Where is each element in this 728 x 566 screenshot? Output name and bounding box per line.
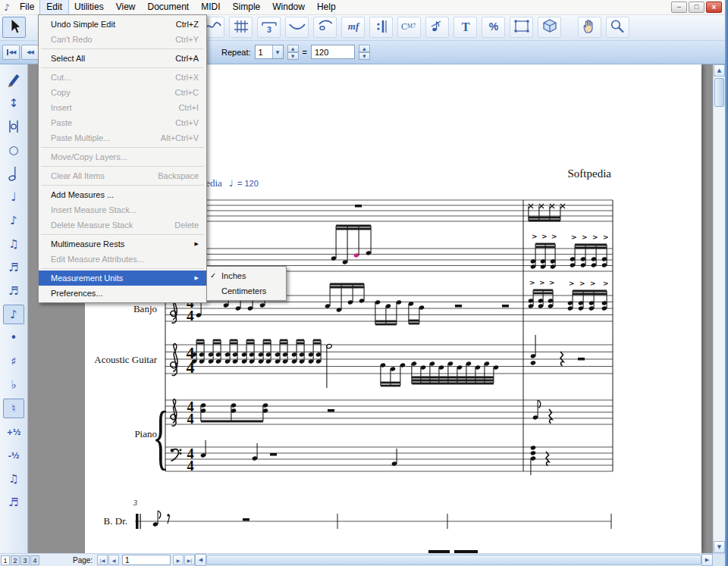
spin-up-icon[interactable]: ▲ xyxy=(287,45,299,52)
page-tab-2[interactable]: 2 xyxy=(11,555,20,565)
menu-utilities[interactable]: Utilities xyxy=(68,0,110,15)
tempo-spinner[interactable]: ▲ ▼ xyxy=(359,45,370,59)
quarter-note-icon[interactable]: ♩ xyxy=(3,187,24,207)
half-note-icon[interactable] xyxy=(3,164,24,183)
repeat-measure-button[interactable]: % xyxy=(482,17,505,38)
page-tab-1[interactable]: 1 xyxy=(1,555,10,565)
slur-button[interactable] xyxy=(285,17,309,38)
scroll-left-icon[interactable]: ◀ xyxy=(195,554,206,566)
menu-shortcut: Ctrl+I xyxy=(178,100,199,115)
repeat-measure-icon: % xyxy=(484,17,504,37)
grace-note-button[interactable] xyxy=(425,17,449,38)
menu-shortcut: Backspace xyxy=(158,168,199,183)
edit-menu-item-select-all[interactable]: Select AllCtrl+A xyxy=(39,51,206,66)
edit-menu-item-insert: InsertCtrl+I xyxy=(39,100,206,115)
edit-menu-item-add-measures[interactable]: Add Measures ... xyxy=(39,187,206,202)
whole-note-icon[interactable]: ○ xyxy=(3,140,24,160)
vertical-scrollbar[interactable]: ▲ ▼ xyxy=(713,64,725,553)
first-page-button[interactable]: |◀ xyxy=(97,555,108,565)
text-tool-button[interactable]: T xyxy=(453,17,477,38)
menu-file[interactable]: File xyxy=(14,0,40,15)
horizontal-scrollbar[interactable]: ◀ ▶ xyxy=(195,554,713,566)
submenu-item-centimeters[interactable]: Centimeters xyxy=(207,283,286,299)
page-label: Page: xyxy=(73,556,93,564)
menu-view[interactable]: View xyxy=(110,0,142,15)
menu-window[interactable]: Window xyxy=(266,0,311,15)
grace-notes-icon[interactable]: ♫ xyxy=(3,469,24,489)
cube-button[interactable] xyxy=(538,17,561,38)
chevron-down-icon[interactable]: ▼ xyxy=(272,45,283,58)
spin-down-icon[interactable]: ▼ xyxy=(287,52,299,60)
menu-help[interactable]: Help xyxy=(311,0,342,15)
menu-midi[interactable]: MIDI xyxy=(195,0,226,15)
spin-down-icon[interactable]: ▼ xyxy=(359,52,370,60)
edit-menu-item-measurement-units[interactable]: Measurement Units▶ xyxy=(39,270,206,286)
selected-duration-icon[interactable]: ♪ xyxy=(3,305,24,324)
next-page-button[interactable]: ▶ xyxy=(173,555,184,565)
zoom-button[interactable] xyxy=(606,17,629,38)
menu-simple[interactable]: Simple xyxy=(227,0,267,15)
menu-separator xyxy=(41,48,204,49)
spin-up-icon[interactable]: ▲ xyxy=(359,45,370,52)
augmentation-dot-icon[interactable]: • xyxy=(3,328,24,348)
page-tab-3[interactable]: 3 xyxy=(20,555,30,565)
edit-menu-item-preferences[interactable]: Preferences... xyxy=(39,286,206,301)
submenu-item-inches[interactable]: ✓Inches xyxy=(207,268,286,283)
respace-icon[interactable]: ↕ xyxy=(3,93,24,113)
grace-note-icon xyxy=(428,17,447,37)
edit-menu-item-undo-simple-edit[interactable]: Undo Simple EditCtrl+Z xyxy=(39,17,206,32)
staff-tool-button[interactable] xyxy=(229,17,253,38)
staff-tool-icon xyxy=(231,17,251,37)
scroll-up-icon[interactable]: ▲ xyxy=(714,64,725,77)
close-button[interactable]: × xyxy=(706,2,722,13)
prev-page-button[interactable]: ◀ xyxy=(108,555,119,565)
transport-controls: ◀◀◀◀ xyxy=(2,45,39,60)
menu-separator xyxy=(41,234,204,235)
menu-document[interactable]: Document xyxy=(142,0,196,15)
tempo-input[interactable] xyxy=(311,45,355,59)
horizontal-scroll-thumb[interactable] xyxy=(206,555,701,565)
raise-half-step-icon[interactable]: +½ xyxy=(3,422,24,442)
page-number-input[interactable] xyxy=(122,555,171,565)
selection-tool-button[interactable] xyxy=(2,17,26,38)
repeat-spinner[interactable]: ▲ ▼ xyxy=(287,45,299,59)
maximize-button[interactable]: □ xyxy=(689,2,704,13)
slur-icon xyxy=(287,17,307,37)
scroll-right-icon[interactable]: ▶ xyxy=(701,554,713,566)
expression-button[interactable]: mf xyxy=(341,17,365,38)
chord-button[interactable]: CM7 xyxy=(397,17,421,38)
go-to-beginning-button[interactable]: ◀◀ xyxy=(2,45,20,60)
scroll-down-icon[interactable]: ▼ xyxy=(714,541,725,553)
flat-icon[interactable]: ♭ xyxy=(3,375,24,395)
edit-menu-item-insert-measure-stack: Insert Measure Stack... xyxy=(39,202,206,217)
repeat-barline-button[interactable] xyxy=(369,17,393,38)
sharp-icon[interactable]: ♯ xyxy=(3,352,24,371)
thirtysecond-note-icon[interactable]: ♬ xyxy=(3,258,24,277)
sixteenth-note-icon[interactable]: ♫ xyxy=(3,234,24,254)
tie-button[interactable] xyxy=(313,17,337,38)
note-position-icon[interactable] xyxy=(3,117,24,136)
natural-icon[interactable]: ♮ xyxy=(3,399,24,418)
repeat-select[interactable]: 1 ▼ xyxy=(255,45,284,59)
menu-shortcut: Ctrl+Z xyxy=(176,17,199,32)
edit-menu-item-clear-all-items: Clear All ItemsBackspace xyxy=(39,168,206,183)
tuplet-button[interactable]: 3 xyxy=(257,17,281,38)
last-page-button[interactable]: ▶| xyxy=(184,555,195,565)
tuplet-notes-icon[interactable]: ♬ xyxy=(3,493,24,512)
vertical-scroll-thumb[interactable] xyxy=(714,78,724,107)
repeat-controls: Repeat: 1 ▼ ▲ ▼ = ▲ ▼ xyxy=(221,45,370,59)
selection-frame-button[interactable] xyxy=(510,17,533,38)
minimize-button[interactable]: – xyxy=(671,2,687,13)
page-tab-4[interactable]: 4 xyxy=(30,555,39,565)
chord-icon: CM7 xyxy=(399,17,420,37)
speedy-entry-icon[interactable] xyxy=(3,70,24,89)
edit-menu-item-multimeasure-rests[interactable]: Multimeasure Rests▶ xyxy=(39,236,206,252)
lower-half-step-icon[interactable]: -½ xyxy=(3,446,24,465)
menu-shortcut: Ctrl+V xyxy=(175,115,199,130)
sixtyfourth-note-icon[interactable]: ♬ xyxy=(3,281,24,301)
hand-grabber-button[interactable] xyxy=(578,17,601,38)
eighth-note-icon[interactable]: ♪ xyxy=(3,211,24,230)
submenu-arrow-icon: ▶ xyxy=(195,236,199,252)
menu-edit[interactable]: Edit xyxy=(40,0,68,15)
rewind-button[interactable]: ◀◀ xyxy=(21,45,39,60)
